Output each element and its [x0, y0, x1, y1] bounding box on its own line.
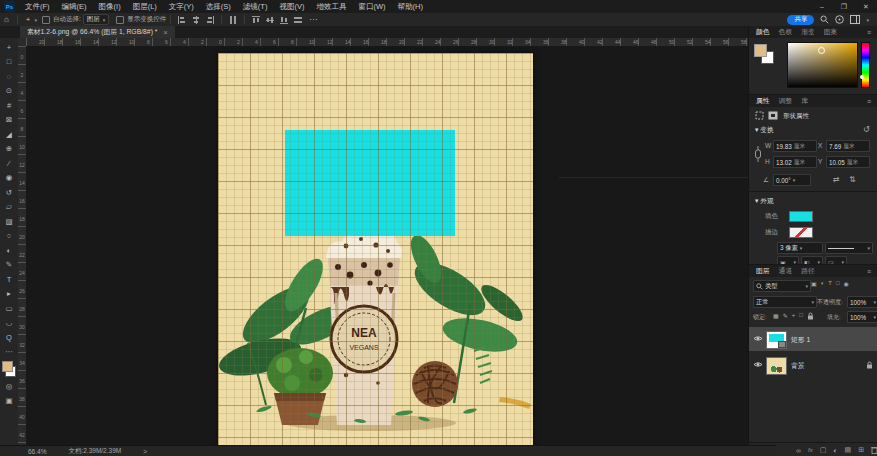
width-field[interactable]: 19.83厘米: [773, 140, 817, 152]
blur-tool[interactable]: ○: [2, 229, 16, 244]
document-canvas[interactable]: NEA VEGANS: [218, 53, 533, 445]
filter-shape-icon[interactable]: □: [836, 280, 840, 287]
layer-name[interactable]: 背景: [791, 361, 805, 371]
hand-tool[interactable]: ◡: [2, 316, 16, 331]
history-brush-tool[interactable]: ↺: [2, 185, 16, 200]
delete-layer-icon[interactable]: [871, 446, 877, 454]
menu-item[interactable]: 窗口(W): [352, 0, 391, 13]
fill-color-swatch[interactable]: [789, 211, 813, 222]
lock-transparency-icon[interactable]: ▦: [773, 312, 779, 320]
shape-layer-rectangle[interactable]: [285, 130, 455, 236]
share-button[interactable]: 共享: [787, 15, 814, 25]
visibility-eye-icon[interactable]: [753, 335, 763, 342]
color-picker-marker[interactable]: [818, 47, 825, 54]
clone-stamp-tool[interactable]: ◉: [2, 171, 16, 186]
current-tool-icon[interactable]: +: [22, 13, 35, 26]
workspace-layout-icon[interactable]: [850, 15, 860, 24]
menu-item[interactable]: 增效工具: [310, 0, 352, 13]
gradient-tool[interactable]: ▨: [2, 214, 16, 229]
flip-vertical-icon[interactable]: ⇅: [849, 175, 856, 184]
auto-select-checkbox[interactable]: [42, 16, 50, 24]
lock-artboard-icon[interactable]: □: [799, 312, 803, 320]
tool-preset-chevron-icon[interactable]: ▾: [35, 17, 38, 23]
layer-mask-icon[interactable]: ▢: [820, 446, 827, 454]
menu-item[interactable]: 文字(Y): [163, 0, 200, 13]
tab-libraries[interactable]: 库: [801, 96, 808, 106]
panel-menu-icon[interactable]: ≡: [867, 98, 871, 105]
stroke-width-field[interactable]: 3 像素▾: [777, 242, 823, 254]
visibility-eye-icon[interactable]: [753, 361, 763, 368]
fill-opacity-field[interactable]: 100%▾: [847, 311, 877, 323]
tab-close-icon[interactable]: ×: [163, 29, 167, 36]
distribute-icon[interactable]: [229, 16, 237, 24]
tab-patterns[interactable]: 图案: [824, 27, 838, 37]
eraser-tool[interactable]: ▱: [2, 200, 16, 215]
opacity-field[interactable]: 100%▾: [847, 296, 877, 308]
align-left-icon[interactable]: [178, 16, 186, 24]
quick-mask-button[interactable]: ◎: [2, 379, 16, 394]
brush-tool[interactable]: ∕: [2, 156, 16, 171]
hue-slider[interactable]: [861, 42, 870, 88]
layer-effects-icon[interactable]: fx: [808, 447, 813, 453]
align-middle-icon[interactable]: [266, 16, 274, 24]
menu-item[interactable]: 编辑(E): [56, 0, 93, 13]
zoom-level[interactable]: 66.4%: [28, 448, 46, 455]
layer-filter-dropdown[interactable]: 类型▾: [753, 280, 811, 292]
close-button[interactable]: ✕: [855, 0, 877, 13]
reset-transform-icon[interactable]: ↺: [863, 125, 870, 134]
flip-horizontal-icon[interactable]: ⇄: [833, 175, 840, 184]
link-layers-icon[interactable]: ∞: [796, 447, 801, 454]
foreground-color-swatch[interactable]: [2, 361, 13, 372]
align-right-icon[interactable]: [206, 16, 214, 24]
align-center-icon[interactable]: [192, 16, 200, 24]
eyedropper-tool[interactable]: ◢: [2, 127, 16, 142]
layer-row-rectangle[interactable]: 矩形 1: [749, 327, 877, 351]
foreground-color-swatch[interactable]: [754, 44, 767, 57]
crop-tool[interactable]: #: [2, 98, 16, 113]
align-bottom-icon[interactable]: [280, 16, 288, 24]
tab-paths[interactable]: 路径: [801, 266, 815, 276]
hue-marker[interactable]: [860, 75, 864, 79]
frame-tool[interactable]: ⊠: [2, 113, 16, 128]
healing-brush-tool[interactable]: ⊕: [2, 142, 16, 157]
more-options-icon[interactable]: ⋯: [305, 13, 321, 26]
tab-gradients[interactable]: 渐变: [801, 27, 815, 37]
status-options-chevron[interactable]: >: [143, 448, 147, 455]
lock-pixels-icon[interactable]: ✎: [783, 312, 788, 320]
quick-selection-tool[interactable]: ⊙: [2, 84, 16, 99]
tab-layers[interactable]: 图层: [756, 266, 770, 276]
align-top-icon[interactable]: [252, 16, 260, 24]
saturation-brightness-picker[interactable]: [787, 42, 858, 88]
home-icon[interactable]: ⌂: [0, 13, 13, 26]
distribute-vertical-icon[interactable]: [294, 16, 302, 24]
menu-item[interactable]: 选择(S): [200, 0, 237, 13]
layer-lock-icon[interactable]: [866, 361, 873, 369]
tab-color[interactable]: 颜色: [756, 27, 770, 37]
filter-smart-object-icon[interactable]: ◉: [844, 280, 849, 287]
layer-row-background[interactable]: 背景: [749, 353, 877, 377]
adjustment-layer-icon[interactable]: ◐: [833, 447, 837, 454]
tab-properties[interactable]: 属性: [756, 96, 770, 106]
blend-mode-dropdown[interactable]: 正常▾: [753, 296, 817, 308]
document-tab[interactable]: 素材1.2-6.png @ 66.4% (图层 1, RGB/8#) * ×: [20, 26, 175, 38]
filter-adjustment-icon[interactable]: ◐: [821, 280, 825, 287]
lock-all-icon[interactable]: [807, 312, 814, 320]
menu-item[interactable]: 图像(I): [93, 0, 127, 13]
path-selection-tool[interactable]: ▸: [2, 287, 16, 302]
height-field[interactable]: 13.02厘米: [773, 156, 817, 168]
dodge-tool[interactable]: ◐: [2, 243, 16, 258]
menu-item[interactable]: 视图(V): [273, 0, 310, 13]
move-tool[interactable]: +: [2, 40, 16, 55]
help-icon[interactable]: [835, 15, 844, 24]
canvas-workspace[interactable]: NEA VEGANS: [26, 46, 748, 445]
appearance-section-header[interactable]: ▾ 外观: [755, 196, 774, 206]
link-dimensions-icon[interactable]: [754, 145, 762, 163]
screen-mode-button[interactable]: ▣: [2, 394, 16, 409]
show-transform-checkbox[interactable]: [116, 16, 124, 24]
angle-field[interactable]: 0.00°▾: [773, 174, 811, 186]
menu-item[interactable]: 滤镜(T): [237, 0, 274, 13]
workspace-chevron-icon[interactable]: ▾: [866, 17, 869, 23]
layer-thumbnail[interactable]: [766, 331, 787, 349]
lock-position-icon[interactable]: +: [792, 312, 796, 320]
panel-menu-icon[interactable]: ≡: [867, 268, 871, 275]
